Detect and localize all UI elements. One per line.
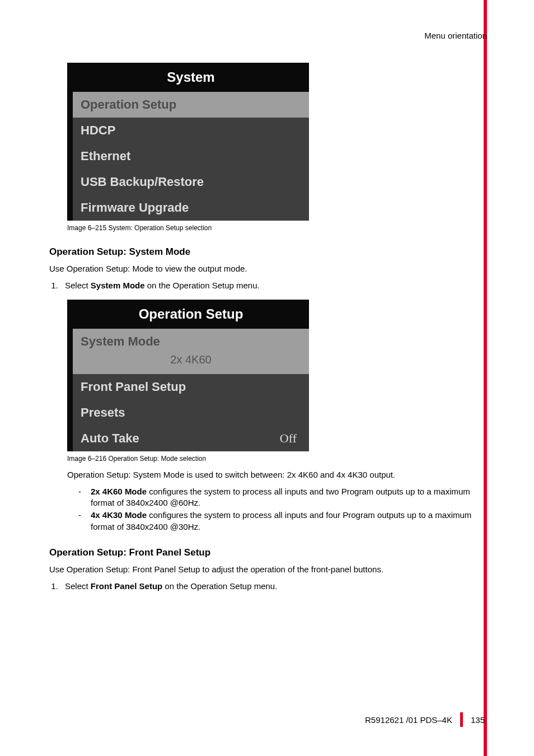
- step-prefix: Select: [65, 581, 91, 591]
- bullet-text: configures the system to process all inp…: [91, 510, 471, 531]
- step-1: Select Front Panel Setup on the Operatio…: [60, 581, 485, 592]
- step-bold: Front Panel Setup: [91, 581, 162, 591]
- system-mode-description: Operation Setup: System Mode is used to …: [67, 469, 485, 480]
- system-menu-title: System: [73, 63, 309, 92]
- menu-item-usb-backup-restore[interactable]: USB Backup/Restore: [73, 169, 309, 195]
- operation-setup-menu-panel: Operation Setup System Mode 2x 4K60 Fron…: [67, 300, 309, 451]
- menu-item-auto-take[interactable]: Auto Take Off: [73, 426, 309, 451]
- system-menu-panel: System Operation Setup HDCP Ethernet USB…: [67, 63, 309, 221]
- step-suffix: on the Operation Setup menu.: [145, 281, 260, 290]
- footer-page-number: 135: [471, 715, 485, 725]
- page-footer: R5912621 /01 PDS–4K 135: [365, 712, 485, 727]
- step-prefix: Select: [65, 281, 91, 290]
- footer-doc-id: R5912621 /01 PDS–4K: [365, 715, 452, 725]
- bullet-text: configures the system to process all inp…: [91, 487, 470, 507]
- steps-system-mode: Select System Mode on the Operation Setu…: [49, 280, 485, 291]
- menu-item-presets[interactable]: Presets: [73, 400, 309, 426]
- heading-front-panel-setup: Operation Setup: Front Panel Setup: [49, 547, 485, 558]
- heading-system-mode: Operation Setup: System Mode: [49, 246, 485, 258]
- bullet-bold: 2x 4K60 Mode: [91, 487, 147, 496]
- header-section-label: Menu orientation: [49, 31, 487, 40]
- menu-item-operation-setup[interactable]: Operation Setup: [73, 92, 309, 118]
- step-1: Select System Mode on the Operation Setu…: [60, 280, 485, 291]
- image-caption-215: Image 6–215 System: Operation Setup sele…: [67, 224, 485, 232]
- step-suffix: on the Operation Setup menu.: [162, 581, 277, 591]
- footer-divider: [460, 712, 463, 727]
- step-bold: System Mode: [91, 281, 145, 290]
- intro-system-mode: Use Operation Setup: Mode to view the ou…: [49, 263, 485, 274]
- bullet-2x4k60: 2x 4K60 Mode configures the system to pr…: [78, 486, 485, 509]
- auto-take-label: Auto Take: [81, 431, 139, 446]
- menu-item-firmware-upgrade[interactable]: Firmware Upgrade: [73, 195, 309, 221]
- menu-item-hdcp[interactable]: HDCP: [73, 118, 309, 143]
- mode-bullet-list: 2x 4K60 Mode configures the system to pr…: [67, 486, 485, 533]
- bullet-4x4k30: 4x 4K30 Mode configures the system to pr…: [78, 510, 485, 533]
- menu-item-system-mode-value: 2x 4K60: [73, 350, 309, 374]
- menu-item-system-mode[interactable]: System Mode: [73, 329, 309, 350]
- menu-item-front-panel-setup[interactable]: Front Panel Setup: [73, 374, 309, 400]
- document-page: Menu orientation System Operation Setup …: [0, 0, 534, 756]
- steps-front-panel-setup: Select Front Panel Setup on the Operatio…: [49, 581, 485, 592]
- menu-item-ethernet[interactable]: Ethernet: [73, 143, 309, 169]
- intro-front-panel-setup: Use Operation Setup: Front Panel Setup t…: [49, 564, 485, 575]
- auto-take-value: Off: [280, 431, 297, 446]
- operation-setup-menu-title: Operation Setup: [73, 300, 309, 329]
- image-caption-216: Image 6–216 Operation Setup: Mode select…: [67, 455, 485, 463]
- bullet-bold: 4x 4K30 Mode: [91, 510, 147, 520]
